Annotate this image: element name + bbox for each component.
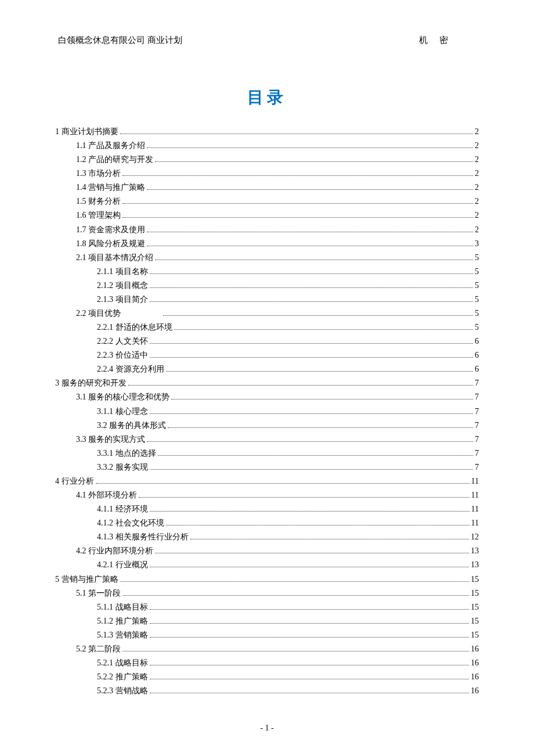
toc-dots [120,581,470,582]
toc-entry: 2.2.2 人文关怀6 [55,334,479,348]
toc-entry-page: 2 [475,181,479,195]
toc-dots [150,273,474,274]
toc-entry-label: 4.1.2 社会文化环境 [97,516,164,530]
toc-entry-page: 5 [475,307,479,321]
toc-entry-label: 2.1.3 项目简介 [97,293,148,307]
toc-entry-label: 4.1.1 经济环境 [97,502,148,516]
toc-entry: 2.1.3 项目简介5 [55,293,479,307]
toc-entry: 2.2.3 价位适中6 [55,348,479,362]
toc-entry-label: 5.1.2 推广策略 [97,614,148,628]
toc-entry-label: 5.2.2 推广策略 [97,670,148,684]
toc-entry-page: 2 [475,153,479,167]
toc-entry: 3.3 服务的实现方式7 [55,433,479,447]
toc-entry: 2.2 项目优势 5 [55,307,479,321]
toc-dots [147,232,473,232]
toc-entry-page: 2 [475,195,479,208]
toc-entry-label: 1.5 财务分析 [76,195,121,208]
header-left: 白领概念休息有限公司 商业计划 [58,35,182,46]
toc-entry-page: 15 [471,614,479,628]
toc-entry: 1.6 管理架构2 [55,208,479,222]
toc-entry-page: 16 [471,642,479,656]
toc-entry-label: 1.4 营销与推广策略 [76,181,145,195]
toc-entry-label: 4.1 外部环境分析 [76,488,137,502]
toc-dots [150,609,470,610]
toc-entry-label: 2.2.2 人文关怀 [97,334,148,348]
toc-entry-label: 3.3.1 地点的选择 [97,447,156,460]
toc-entry: 3 服务的研究和开发7 [55,376,479,390]
toc-dots [150,665,470,665]
toc-dots [155,553,469,553]
toc-entry-label: 4.2.1 行业概况 [97,558,148,572]
toc-entry-label: 5.1.3 营销策略 [97,628,148,642]
toc-title: 目录 [55,87,479,109]
toc-entry-label: 1 商业计划书摘要 [55,125,118,139]
toc-entry: 5.1 第一阶段15 [55,586,479,600]
toc-entry-label: 1.7 资金需求及使用 [76,223,145,237]
toc-entry-label: 3.1 服务的核心理念和优势 [76,390,169,404]
toc-entry: 5.1.2 推广策略15 [55,614,479,628]
toc-entry: 2.2.4 资源充分利用6 [55,362,479,376]
toc-dots [122,651,469,651]
toc-entry: 5.2 第二阶段16 [55,642,479,656]
toc-dots [120,134,474,134]
toc-dots [147,246,473,246]
toc-entry-label: 3.3 服务的实现方式 [76,433,145,447]
toc-dots [155,161,473,162]
toc-entry-label: 3.1.1 核心理念 [97,405,148,419]
toc-entry-label: 3.2 服务的具体形式 [97,419,166,433]
toc-entry: 4.1.3 相关服务性行业分析12 [55,530,479,544]
toc-dots [158,455,474,456]
toc-dots [122,175,473,176]
toc-entry-label: 4.1.3 相关服务性行业分析 [97,530,189,544]
header-right: 机 密 [419,35,453,46]
toc-entry: 3.2 服务的具体形式7 [55,419,479,433]
toc-dots [122,203,473,204]
toc-entry-page: 11 [471,516,479,530]
toc-entry-label: 5 营销与推广策略 [55,573,118,586]
toc-entry: 4.2 行业内部环境分析13 [55,544,479,558]
toc-entry: 3.3.1 地点的选择7 [55,447,479,460]
toc-container: 1 商业计划书摘要21.1 产品及服务介绍21.2 产品的研究与开发21.3 市… [55,125,479,698]
toc-entry-page: 6 [475,334,479,348]
toc-dots [150,567,470,567]
toc-entry-label: 5.2 第二阶段 [76,642,121,656]
toc-entry-page: 6 [475,348,479,362]
document-header: 白领概念休息有限公司 商业计划 机 密 [55,35,479,46]
toc-dots [150,637,470,638]
toc-entry-label: 4.2 行业内部环境分析 [76,544,153,558]
toc-dots [150,357,474,358]
toc-dots [190,539,470,539]
toc-dots [150,623,470,624]
toc-entry-page: 16 [471,684,479,698]
toc-entry-page: 5 [475,321,479,334]
toc-entry-page: 5 [475,293,479,307]
toc-entry: 4.1.2 社会文化环境11 [55,516,479,530]
toc-entry: 5 营销与推广策略15 [55,573,479,586]
toc-entry: 5.1.3 营销策略15 [55,628,479,642]
toc-entry: 1.3 市场分析2 [55,167,479,181]
toc-entry-label: 1.1 产品及服务介绍 [76,139,145,153]
toc-entry: 3.1.1 核心理念7 [55,405,479,419]
toc-dots [122,217,473,218]
toc-entry: 1.4 营销与推广策略2 [55,181,479,195]
toc-entry: 1 商业计划书摘要2 [55,125,479,139]
toc-entry: 4.2.1 行业概况13 [55,558,479,572]
toc-entry-page: 3 [475,237,479,251]
toc-dots [96,483,470,484]
toc-dots [150,679,470,679]
toc-dots [139,497,470,498]
toc-entry: 1.1 产品及服务介绍2 [55,139,479,153]
toc-dots [147,189,473,190]
toc-dots [163,315,473,316]
toc-entry-page: 7 [475,405,479,419]
toc-entry: 4.1 外部环境分析11 [55,488,479,502]
toc-entry-label: 1.3 市场分析 [76,167,121,181]
toc-dots [150,413,474,414]
toc-entry-page: 5 [475,265,479,279]
toc-entry-page: 16 [471,670,479,684]
toc-dots [150,511,470,512]
toc-entry-label: 2.1.1 项目名称 [97,265,148,279]
page-number: - 1 - [0,723,534,733]
toc-dots [166,525,470,525]
toc-dots [150,693,470,693]
